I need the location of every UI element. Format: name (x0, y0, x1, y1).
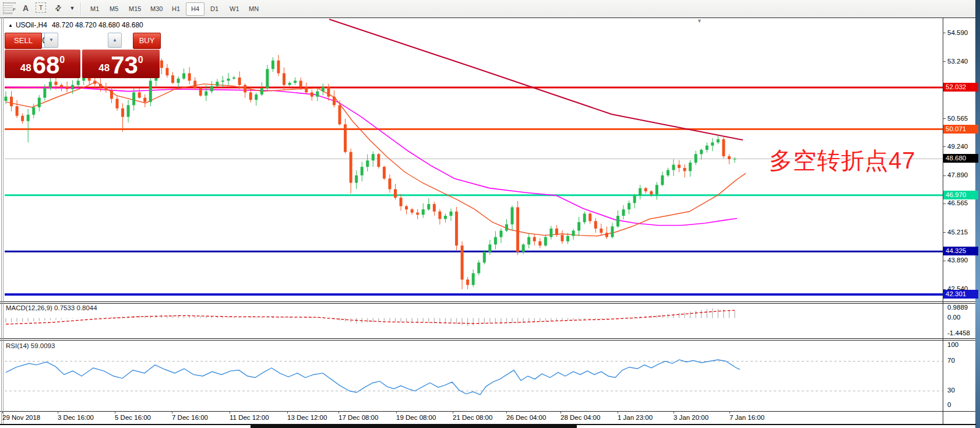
sell-price-sup: 0 (59, 55, 65, 65)
time-tick-mark (729, 411, 730, 413)
time-tick-mark (453, 411, 453, 413)
dropdown-caret-icon[interactable]: ▼ (69, 2, 76, 14)
price-level-badge: 46.970 (943, 191, 978, 199)
time-axis-label: 28 Dec 04:00 (560, 414, 600, 421)
time-axis-label: 17 Dec 08:00 (339, 414, 378, 421)
scroll-shift-marker-icon[interactable]: ▼ (697, 18, 702, 24)
bottom-scrollbar[interactable] (251, 424, 577, 428)
time-tick-mark (115, 411, 115, 413)
price-tick-mark (943, 204, 946, 204)
indicator-grid-icon[interactable]: F (3, 2, 16, 14)
window-right-strip (975, 0, 980, 428)
rsi-value: 59.0093 (31, 342, 55, 349)
one-click-trading-panel: SELL ▼ 1.00 ▲ BUY 48 68 0 48 73 0 (5, 33, 160, 77)
time-axis-label: 29 Nov 2018 (2, 414, 40, 421)
macd-scale-label: -1.4458 (947, 329, 970, 336)
descending-trendline (329, 19, 743, 140)
rsi-scale-label: 30 (947, 387, 955, 394)
price-level-badge: 48.680 (943, 154, 978, 163)
time-axis-label: 19 Dec 08:00 (396, 414, 436, 421)
chart-title: ▲USOil-,H448.720 48.720 48.680 48.680 (8, 21, 143, 29)
price-tick-mark (943, 61, 946, 62)
price-tick-label: 50.565 (947, 115, 968, 122)
arrows-tool-icon[interactable]: ⇄ (50, 0, 66, 16)
chart-top-border (0, 17, 976, 18)
price-tick-mark (943, 261, 946, 261)
timeframe-button-w1[interactable]: W1 (224, 2, 245, 16)
macd-value: 0.7533 (54, 304, 75, 311)
time-axis-label: 13 Dec 12:00 (287, 414, 327, 421)
sell-price-big: 68 (33, 54, 60, 77)
toolbar: F A T ⇄ ▼ M1M5M15M30H1H4D1W1MN (0, 0, 980, 18)
time-axis-label: 26 Dec 04:00 (506, 414, 546, 421)
timeframe-button-m30[interactable]: M30 (145, 2, 168, 16)
time-tick-mark (172, 411, 172, 413)
price-level-badge: 42.301 (943, 290, 978, 299)
macd-label: MACD(12,26,9) 0.7533 0.8044 (6, 304, 97, 311)
buy-button[interactable]: BUY (133, 33, 161, 49)
time-axis-label: 7 Jan 16:00 (729, 414, 764, 421)
price-tick-label: 45.215 (947, 229, 968, 236)
rsi-scale-label: 70 (947, 357, 955, 364)
chart-bottom-border (0, 301, 976, 302)
collapse-arrow-icon[interactable]: ▲ (8, 23, 13, 28)
sell-button[interactable]: SELL (5, 33, 42, 49)
macd-top-border (0, 303, 976, 304)
time-tick-mark (287, 411, 288, 413)
price-tick-mark (943, 118, 946, 119)
mt4-window: F A T ⇄ ▼ M1M5M15M30H1H4D1W1MN ▲USOil-,H… (0, 0, 980, 428)
price-tick-label: 46.565 (947, 199, 968, 206)
buy-price-box[interactable]: 48 73 0 (82, 50, 160, 78)
time-tick-mark (396, 411, 397, 413)
sell-price-box[interactable]: 48 68 0 (5, 50, 80, 78)
timeframe-button-h1[interactable]: H1 (167, 2, 185, 16)
time-tick-mark (674, 411, 674, 413)
volume-decrease-button[interactable]: ▼ (44, 33, 58, 48)
timeframe-button-d1[interactable]: D1 (205, 2, 224, 16)
window-left-edge (1, 17, 2, 425)
price-tick-label: 43.890 (947, 257, 968, 264)
timeframe-button-m15[interactable]: M15 (124, 2, 146, 16)
price-tick-mark (943, 176, 946, 176)
price-tick-mark (943, 232, 946, 233)
ohlc-values: 48.720 48.720 48.680 48.680 (52, 21, 143, 29)
ma-slow-line (6, 87, 737, 225)
price-tick-label: 53.240 (947, 58, 968, 65)
time-tick-mark (618, 411, 618, 413)
sell-price-small: 48 (20, 62, 31, 74)
macd-bottom-border (0, 338, 976, 339)
time-axis-label: 21 Dec 08:00 (453, 414, 492, 421)
macd-scale-label: 0.00 (947, 314, 960, 321)
time-axis-label: 5 Dec 16:00 (115, 414, 151, 421)
time-axis-label: 3 Dec 16:00 (58, 414, 94, 421)
ma-fast-line (6, 82, 746, 236)
timeframe-button-mn[interactable]: MN (244, 2, 264, 16)
text-label-icon[interactable]: T (36, 2, 46, 13)
toolbar-separator (80, 2, 82, 15)
rsi-line (6, 360, 740, 395)
time-axis-label: 1 Jan 23:00 (618, 414, 653, 421)
price-axis-border (943, 17, 943, 425)
price-level-badge: 50.071 (943, 125, 978, 134)
time-tick-mark (339, 411, 339, 413)
price-tick-label: 47.890 (947, 171, 968, 178)
price-tick-label: 54.590 (947, 29, 968, 36)
chart-annotation-text: 多空转折点47 (769, 145, 916, 177)
timeframe-button-h4[interactable]: H4 (186, 2, 205, 16)
macd-signal-value: 0.8044 (76, 304, 97, 311)
timeframe-button-m5[interactable]: M5 (104, 2, 124, 16)
window-left-edge-inner (3, 17, 3, 425)
rsi-scale-label: 0 (947, 401, 951, 408)
time-tick-mark (560, 411, 561, 413)
text-a-icon[interactable]: A (21, 2, 30, 14)
timeframe-button-m1[interactable]: M1 (85, 2, 104, 16)
macd-scale-label: 0.9889 (947, 304, 968, 311)
buy-price-big: 73 (111, 54, 138, 77)
price-tick-mark (943, 146, 946, 147)
price-level-badge: 44.325 (943, 247, 978, 255)
rsi-label: RSI(14) 59.0093 (6, 342, 55, 349)
time-tick-mark (506, 411, 507, 413)
macd-signal-line (6, 310, 735, 324)
rsi-top-border (0, 340, 976, 341)
volume-increase-button[interactable]: ▲ (108, 33, 122, 48)
